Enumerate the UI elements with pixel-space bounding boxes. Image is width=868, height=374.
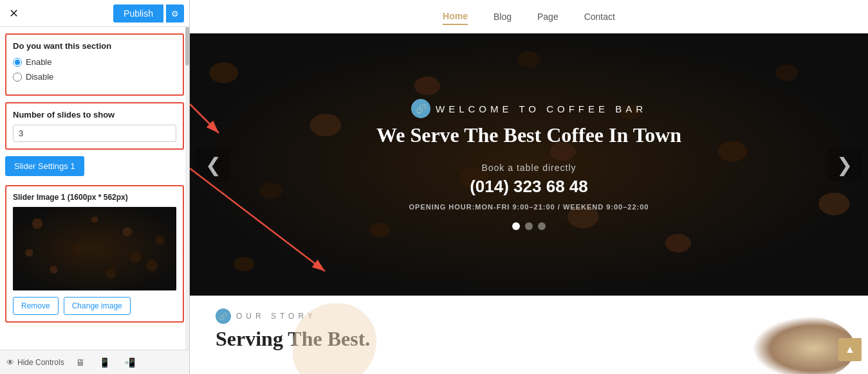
hero-main-title: We Serve The Best Coffee In Town xyxy=(376,123,681,147)
slides-count-label: Number of slides to show xyxy=(13,110,176,120)
gear-icon: ⚙ xyxy=(171,9,179,19)
hero-hours-text: OPENING HOUR:MON-FRI 9:00–21:00 / WEEKEN… xyxy=(409,203,649,211)
hide-controls-label: Hide Controls xyxy=(17,358,64,367)
hero-slide-dots xyxy=(512,222,546,230)
slider-image-preview xyxy=(13,207,176,290)
slider-image-title: Slider Image 1 (1600px * 562px) xyxy=(13,193,176,202)
mobile-view-icon[interactable]: 📲 xyxy=(122,356,138,369)
enable-label: Enable xyxy=(26,57,51,67)
coffee-link-icon: 🔗 xyxy=(411,99,430,118)
hero-content: 🔗 WELCOME TO COFFEE BAR We Serve The Bes… xyxy=(190,33,868,296)
hero-slider: ❮ 🔗 WELCOME TO COFFEE BAR We Serve The B… xyxy=(190,33,868,296)
hero-phone-number: (014) 323 68 48 xyxy=(470,177,588,197)
image-action-buttons: Remove Change image xyxy=(13,297,176,315)
publish-area: Publish ⚙ xyxy=(113,4,184,22)
slider-next-button[interactable]: ❯ xyxy=(827,148,862,181)
disable-label: Disable xyxy=(26,72,53,82)
disable-radio-label[interactable]: Disable xyxy=(13,72,176,82)
slider-image-box: Slider Image 1 (1600px * 562px) Remove C… xyxy=(5,185,184,323)
hide-controls-toggle[interactable]: 👁 Hide Controls xyxy=(6,358,64,367)
scroll-indicator[interactable] xyxy=(185,27,189,374)
tablet-view-icon[interactable]: 📱 xyxy=(97,356,113,369)
scroll-up-button[interactable]: ▲ xyxy=(838,338,862,361)
hero-dot-2[interactable] xyxy=(525,222,533,230)
desktop-view-icon[interactable]: 🖥 xyxy=(73,356,88,369)
story-link-icon: 🔗 xyxy=(216,308,231,324)
nav-blog[interactable]: Blog xyxy=(494,9,512,24)
section-toggle-title: Do you want this section xyxy=(13,41,176,51)
close-button[interactable]: ✕ xyxy=(5,5,23,22)
nav-page[interactable]: Page xyxy=(537,9,559,24)
nav-contact[interactable]: Contact xyxy=(584,9,615,24)
slides-count-box: Number of slides to show xyxy=(5,102,184,150)
hero-subtitle-row: 🔗 WELCOME TO COFFEE BAR xyxy=(411,99,647,118)
enable-radio[interactable] xyxy=(13,58,22,67)
slides-count-input[interactable] xyxy=(13,125,176,142)
disable-radio[interactable] xyxy=(13,73,22,82)
site-navigation: Home Blog Page Contact xyxy=(190,0,868,33)
hero-dot-1[interactable] xyxy=(512,222,520,230)
enable-radio-label[interactable]: Enable xyxy=(13,57,176,67)
remove-image-button[interactable]: Remove xyxy=(13,297,59,315)
our-story-section: 🔗 OUR STORY Serving The Best. ▲ xyxy=(190,296,868,374)
hero-tag-text: WELCOME TO COFFEE BAR xyxy=(436,103,647,114)
change-image-button[interactable]: Change image xyxy=(64,297,131,315)
slider-settings-button[interactable]: Slider Settings 1 xyxy=(5,156,84,176)
left-panel: ✕ Publish ⚙ Do you want this section Ena… xyxy=(0,0,190,374)
main-content: Home Blog Page Contact ❮ 🔗 WELCOME TO CO… xyxy=(190,0,868,374)
section-toggle-box: Do you want this section Enable Disable xyxy=(5,33,184,96)
top-bar: ✕ Publish ⚙ xyxy=(0,0,189,27)
eye-icon: 👁 xyxy=(6,358,14,367)
panel-content: Do you want this section Enable Disable … xyxy=(0,27,189,374)
scroll-thumb[interactable] xyxy=(185,27,189,66)
hero-dot-3[interactable] xyxy=(538,222,546,230)
coffee-dots-decoration xyxy=(13,207,176,290)
publish-button[interactable]: Publish xyxy=(113,4,163,22)
slider-image-thumbnail xyxy=(13,207,176,290)
bottom-bar: 👁 Hide Controls 🖥 📱 📲 xyxy=(0,350,190,374)
slider-prev-button[interactable]: ❮ xyxy=(196,148,230,181)
hero-book-text: Book a table directly xyxy=(481,163,576,173)
publish-settings-button[interactable]: ⚙ xyxy=(166,4,184,22)
nav-home[interactable]: Home xyxy=(443,8,468,25)
